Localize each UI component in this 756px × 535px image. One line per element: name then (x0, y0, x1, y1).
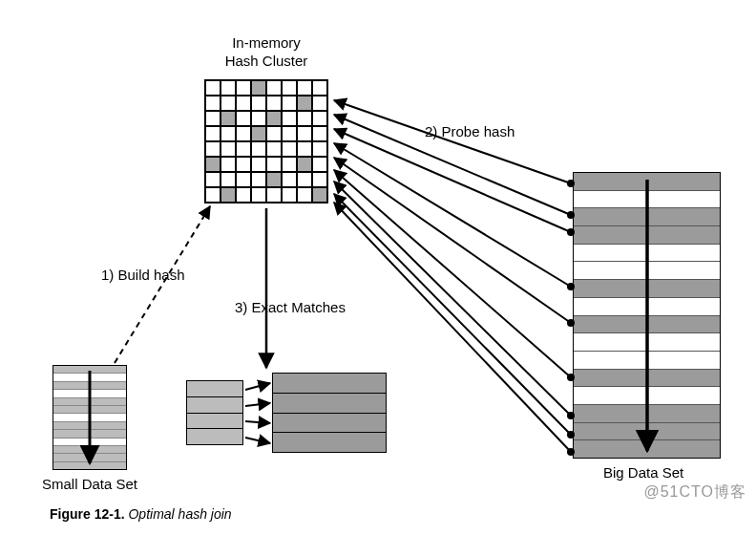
hash-cell (236, 126, 251, 141)
hash-cell (251, 96, 266, 111)
hash-cell (251, 157, 266, 172)
table-row (574, 208, 720, 226)
table-row (53, 382, 126, 390)
step2-label: 2) Probe hash (425, 123, 514, 141)
hash-cell (236, 141, 251, 157)
figure-title: Optimal hash join (128, 506, 231, 522)
hash-cell (251, 126, 266, 141)
hash-cell (266, 126, 282, 141)
step3-label: 3) Exact Matches (235, 299, 346, 317)
hash-cell (312, 172, 327, 187)
hash-cell (236, 157, 251, 172)
table-row (187, 381, 242, 397)
hash-cell (205, 80, 220, 96)
hash-cell (266, 157, 282, 172)
table-row (53, 390, 126, 397)
hash-cell (251, 172, 266, 187)
hash-cell (220, 157, 236, 172)
hash-cell (236, 172, 251, 187)
hash-cell (220, 96, 236, 111)
hash-cell (205, 172, 220, 187)
table-row (187, 397, 242, 414)
table-row (53, 422, 126, 430)
table-row (53, 446, 126, 454)
hash-cell (312, 157, 327, 172)
hash-cell (251, 111, 266, 126)
svg-line-5 (334, 100, 571, 183)
hash-cell (205, 96, 220, 111)
build-hash-arrow (115, 206, 210, 363)
watermark: @51CTO博客 (643, 482, 746, 503)
hash-cell (220, 172, 236, 187)
svg-line-2 (245, 403, 270, 406)
hash-cell (266, 111, 282, 126)
table-row (574, 333, 720, 352)
table-row (53, 439, 126, 446)
hash-cell (251, 80, 266, 96)
exact-matches-left-table (186, 380, 243, 445)
table-row (53, 430, 126, 438)
table-row (574, 226, 720, 245)
hash-cell (220, 126, 236, 141)
hash-cell (236, 96, 251, 111)
table-row (574, 387, 720, 405)
hash-cell (312, 80, 327, 96)
table-row (53, 398, 126, 406)
svg-line-3 (245, 421, 270, 423)
hash-cell (312, 96, 327, 111)
table-row (53, 374, 126, 381)
hash-cell (297, 126, 312, 141)
table-row (574, 316, 720, 334)
table-row (273, 433, 386, 452)
hash-cell (205, 126, 220, 141)
table-row (574, 191, 720, 209)
hash-cell (312, 111, 327, 126)
hash-cell (297, 172, 312, 187)
hash-cell (205, 187, 220, 203)
table-row (187, 414, 242, 430)
hash-cell (297, 187, 312, 203)
hash-cell (205, 157, 220, 172)
hash-cell (312, 187, 327, 203)
svg-line-7 (334, 129, 571, 232)
table-row (53, 414, 126, 421)
table-row (53, 366, 126, 374)
table-row (574, 173, 720, 191)
hash-cell (205, 141, 220, 157)
table-row (53, 462, 126, 469)
figure-caption: Figure 12-1. Optimal hash join (50, 506, 232, 522)
hash-cell (236, 80, 251, 96)
table-row (187, 429, 242, 444)
hash-cell (282, 187, 297, 203)
table-row (53, 454, 126, 461)
hash-cluster-grid (204, 79, 328, 203)
hash-cell (220, 141, 236, 157)
small-set-label: Small Data Set (42, 476, 137, 494)
table-row (574, 298, 720, 316)
hash-cell (297, 157, 312, 172)
table-row (574, 352, 720, 370)
hash-cell (266, 172, 282, 187)
hash-cell (297, 111, 312, 126)
hash-cell (266, 187, 282, 203)
table-row (574, 262, 720, 280)
small-data-set (52, 365, 127, 470)
hash-cell (266, 96, 282, 111)
svg-line-9 (334, 158, 571, 323)
hash-cell (236, 111, 251, 126)
hash-cell (282, 126, 297, 141)
hash-cell (282, 80, 297, 96)
hash-cell (282, 172, 297, 187)
table-row (574, 440, 720, 458)
hash-cell (205, 111, 220, 126)
big-set-label: Big Data Set (603, 464, 683, 482)
hash-cell (220, 111, 236, 126)
svg-line-1 (245, 383, 270, 390)
table-row (273, 374, 386, 394)
hash-cell (297, 96, 312, 111)
svg-line-10 (334, 170, 571, 377)
hash-cell (282, 157, 297, 172)
hash-cell (282, 96, 297, 111)
table-row (574, 280, 720, 298)
table-row (53, 406, 126, 414)
